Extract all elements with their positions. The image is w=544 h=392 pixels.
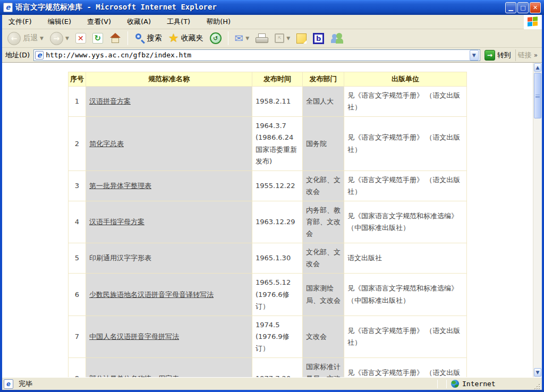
publish-dept-cell: 文化部、文改会	[303, 171, 344, 201]
standard-name-link[interactable]: 第一批异体字整理表	[89, 182, 151, 190]
messenger-button[interactable]	[328, 32, 345, 45]
links-bar[interactable]: 链接 »	[515, 49, 540, 61]
mail-icon: ✉	[235, 33, 244, 44]
publisher-cell: 见《国家语言文字规范和标准选编》（中国标准出版社）	[344, 274, 467, 316]
row-number-cell: 5	[69, 243, 86, 274]
standard-name-link[interactable]: 简化字总表	[89, 140, 124, 148]
address-input-box: e ▼	[33, 49, 480, 61]
home-button[interactable]	[107, 31, 123, 45]
standard-name-link[interactable]: 汉语手指字母方案	[89, 218, 144, 226]
links-chevron-icon[interactable]: »	[534, 52, 538, 59]
mail-button[interactable]: ✉ ▼	[233, 32, 252, 45]
address-dropdown-icon[interactable]: ▼	[470, 50, 479, 61]
forward-dropdown-icon[interactable]: ▼	[65, 36, 69, 41]
menu-favorites[interactable]: 收藏(A)	[125, 15, 157, 29]
status-message-pane: e 完毕	[4, 379, 433, 389]
table-row: 5印刷通用汉字字形表1965.1.30文化部、文改会语文出版社	[69, 243, 467, 274]
standards-table-body: 1汉语拼音方案1958.2.11全国人大见《语言文字规范手册》 （语文出版社）2…	[69, 87, 467, 377]
row-number-cell: 6	[69, 274, 86, 316]
window-border	[0, 390, 544, 392]
vertical-scrollbar[interactable]: ▲ ▼	[533, 63, 542, 377]
refresh-button[interactable]: ↻	[90, 32, 105, 45]
address-url-input[interactable]	[46, 51, 470, 59]
publish-date-cell: 1974.5 (1976.9修订）	[252, 316, 303, 357]
publisher-cell: 见《语言文字规范手册》 （语文出版社）	[344, 171, 467, 201]
links-label: 链接	[518, 50, 532, 60]
mail-dropdown-icon[interactable]: ▼	[245, 36, 249, 41]
ie-document-icon: e	[3, 3, 13, 12]
scrollbar-thumb[interactable]	[534, 73, 541, 118]
fullscreen-button[interactable]: ⇱ ▼	[273, 32, 292, 44]
history-icon: ↺	[210, 32, 222, 44]
row-number-cell: 1	[69, 87, 86, 117]
header-date: 发布时间	[252, 72, 303, 87]
toolbar-separator	[128, 31, 128, 45]
standard-name-link[interactable]: 中国人名汉语拼音字母拼写法	[89, 333, 179, 340]
back-dropdown-icon[interactable]: ▼	[40, 36, 44, 41]
publish-dept-cell: 国务院	[303, 117, 344, 171]
scroll-up-icon[interactable]: ▲	[534, 63, 541, 72]
back-label: 后退	[23, 33, 38, 43]
menu-tools[interactable]: 工具(T)	[165, 15, 197, 29]
table-row: 3第一批异体字整理表1955.12.22文化部、文改会见《语言文字规范手册》 （…	[69, 171, 467, 201]
history-button[interactable]: ↺	[208, 31, 224, 45]
custom-tool-button[interactable]: b	[311, 32, 326, 45]
favorites-button[interactable]: ★ 收藏夹	[166, 31, 206, 45]
publish-date-cell: 1963.12.29	[252, 201, 303, 243]
fullscreen-dropdown-icon[interactable]: ▼	[286, 36, 290, 41]
search-button[interactable]: 搜索	[132, 32, 164, 45]
table-header-row: 序号 规范标准名称 发布时间 发布部门 出版单位	[69, 72, 467, 87]
standard-name-cell: 汉语拼音方案	[86, 87, 252, 117]
publish-date-cell: 1965.1.30	[252, 243, 303, 274]
standard-name-link[interactable]: 少数民族语地名汉语拼音字母音译转写法	[89, 291, 214, 299]
address-label: 地址(D)	[4, 50, 31, 60]
row-number-cell: 8	[69, 357, 86, 377]
publish-dept-cell: 文化部、文改会	[303, 243, 344, 274]
stop-button[interactable]: ✕	[73, 32, 88, 45]
publish-dept-cell: 国家测绘局、文改会	[303, 274, 344, 316]
resize-grip[interactable]	[533, 382, 540, 390]
page-content: 序号 规范标准名称 发布时间 发布部门 出版单位 1汉语拼音方案1958.2.1…	[2, 63, 542, 377]
row-number-cell: 4	[69, 201, 86, 243]
table-row: 8部分计量单位名称统一用字表1977.7.20国家标准计量局、文改会见《语言文字…	[69, 357, 467, 377]
maximize-button[interactable]: □	[517, 2, 529, 13]
table-row: 4汉语手指字母方案1963.12.29内务部、教育部、文改会见《国家语言文字规范…	[69, 201, 467, 243]
header-name: 规范标准名称	[86, 72, 252, 87]
go-button[interactable]: → 转到	[483, 49, 513, 61]
menu-edit[interactable]: 编辑(E)	[46, 15, 78, 29]
row-number-cell: 7	[69, 316, 86, 357]
stop-icon: ✕	[75, 33, 86, 44]
row-number-cell: 3	[69, 171, 86, 201]
standard-name-link[interactable]: 汉语拼音方案	[89, 97, 131, 105]
address-bar: 地址(D) e ▼ → 转到 链接 »	[2, 48, 542, 63]
publish-date-cell: 1977.7.20	[252, 357, 303, 377]
forward-button[interactable]: → ▼	[48, 31, 71, 46]
home-icon	[109, 32, 121, 44]
publisher-cell: 见《语言文字规范手册》 （语文出版社）	[344, 87, 467, 117]
page-favicon-icon: e	[35, 51, 44, 59]
favorites-star-icon: ★	[168, 32, 179, 44]
standard-name-cell: 第一批异体字整理表	[86, 171, 252, 201]
standards-table: 序号 规范标准名称 发布时间 发布部门 出版单位 1汉语拼音方案1958.2.1…	[68, 72, 467, 377]
title-bar: e 语言文字规范标准库 - Microsoft Internet Explore…	[0, 0, 544, 15]
publish-dept-cell: 文改会	[303, 316, 344, 357]
standard-name-cell: 印刷通用汉字字形表	[86, 243, 252, 274]
back-button[interactable]: ← 后退 ▼	[5, 31, 46, 46]
header-number: 序号	[69, 72, 86, 87]
custom-blue-logo-icon: b	[313, 33, 324, 44]
minimize-button[interactable]: ▁	[505, 2, 516, 13]
internet-globe-icon	[451, 380, 459, 388]
publish-dept-cell: 内务部、教育部、文改会	[303, 201, 344, 243]
menu-view[interactable]: 查看(V)	[85, 15, 117, 29]
print-button[interactable]	[253, 32, 270, 44]
standard-name-link[interactable]: 部分计量单位名称统一用字表	[89, 374, 179, 377]
menu-file[interactable]: 文件(F)	[6, 15, 38, 29]
menu-help[interactable]: 帮助(H)	[204, 15, 237, 29]
standard-name-cell: 汉语手指字母方案	[86, 201, 252, 243]
publisher-cell: 见《国家语言文字规范和标准选编》（中国标准出版社）	[344, 201, 467, 243]
edit-button[interactable]	[294, 32, 309, 45]
standard-name-cell: 中国人名汉语拼音字母拼写法	[86, 316, 252, 357]
toolbar-separator	[228, 31, 228, 45]
close-button[interactable]: ✕	[530, 2, 541, 13]
scroll-down-icon[interactable]: ▼	[534, 368, 541, 377]
